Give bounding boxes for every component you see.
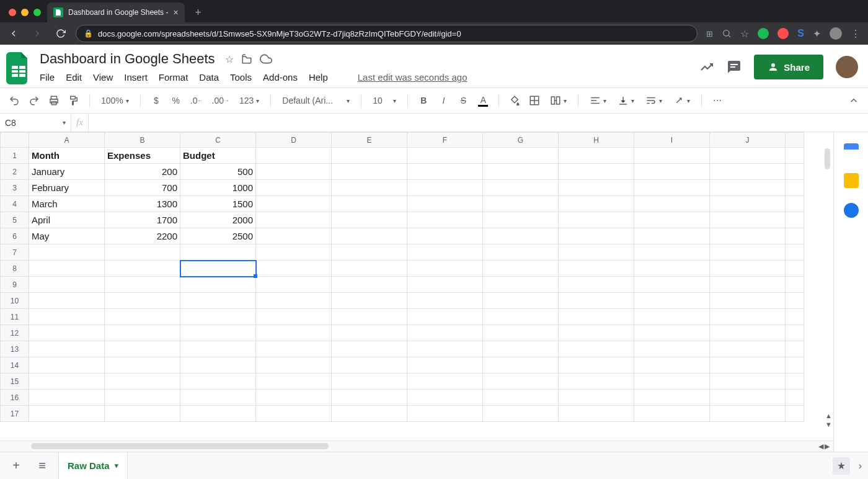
horizontal-align-dropdown[interactable] (586, 95, 610, 106)
cell-H17[interactable] (559, 406, 634, 422)
last-edit-link[interactable]: Last edit was seconds ago (358, 72, 467, 83)
cell-F1[interactable] (407, 148, 483, 164)
browser-tab[interactable]: Dashboard in Google Sheets - × (47, 2, 185, 22)
cell-F8[interactable] (407, 261, 483, 277)
fill-color-button[interactable] (507, 92, 523, 109)
cell-H3[interactable] (559, 180, 634, 196)
sheets-logo-icon[interactable] (6, 52, 31, 84)
font-family-dropdown[interactable]: Default (Ari... (278, 96, 353, 105)
row-header-11[interactable]: 11 (1, 309, 29, 325)
cell-A9[interactable] (29, 277, 105, 293)
cell-A13[interactable] (29, 341, 105, 357)
column-header-H[interactable]: H (559, 133, 634, 148)
cell-I10[interactable] (634, 293, 710, 309)
account-avatar-icon[interactable] (836, 56, 858, 78)
cell-D2[interactable] (256, 164, 332, 180)
cell-E7[interactable] (332, 244, 407, 261)
cell-G14[interactable] (483, 357, 559, 374)
cell-F9[interactable] (407, 277, 483, 293)
undo-button[interactable] (6, 92, 22, 109)
cell-J13[interactable] (710, 341, 786, 357)
formula-input[interactable] (89, 114, 868, 132)
address-bar[interactable]: 🔒 (76, 25, 698, 42)
row-header-12[interactable]: 12 (1, 325, 29, 341)
extension-2-icon[interactable] (777, 28, 789, 39)
cell-F2[interactable] (407, 164, 483, 180)
cell-H7[interactable] (559, 244, 634, 261)
cell-D16[interactable] (256, 390, 332, 406)
share-button[interactable]: Share (754, 55, 823, 79)
cell-B13[interactable] (105, 341, 180, 357)
cell-A7[interactable] (29, 244, 105, 261)
install-app-icon[interactable]: ⊞ (706, 29, 713, 38)
row-header-8[interactable]: 8 (1, 261, 29, 277)
sheet-tab-raw-data[interactable]: Raw Data (58, 452, 128, 480)
cell-E6[interactable] (332, 228, 407, 244)
cell-C6[interactable]: 2500 (180, 228, 256, 244)
cell-A10[interactable] (29, 293, 105, 309)
cell-J3[interactable] (710, 180, 786, 196)
row-header-5[interactable]: 5 (1, 212, 29, 228)
cell-D9[interactable] (256, 277, 332, 293)
cell-A1[interactable]: Month (29, 148, 105, 164)
cell-H11[interactable] (559, 309, 634, 325)
cell-J5[interactable] (710, 212, 786, 228)
back-button[interactable] (5, 25, 22, 42)
add-sheet-button[interactable]: + (6, 456, 26, 476)
cell-H2[interactable] (559, 164, 634, 180)
cell-I3[interactable] (634, 180, 710, 196)
cell-H8[interactable] (559, 261, 634, 277)
document-title[interactable]: Dashboard in Google Sheets (37, 50, 218, 68)
cell-C16[interactable] (180, 390, 256, 406)
cell-A11[interactable] (29, 309, 105, 325)
cell-J9[interactable] (710, 277, 786, 293)
cell-C3[interactable]: 1000 (180, 180, 256, 196)
menu-help[interactable]: Help (309, 72, 328, 83)
cell-E14[interactable] (332, 357, 407, 374)
italic-button[interactable]: I (435, 92, 451, 109)
cell-C10[interactable] (180, 293, 256, 309)
bookmark-icon[interactable]: ☆ (740, 28, 749, 40)
close-tab-icon[interactable]: × (173, 7, 178, 17)
menu-addons[interactable]: Add-ons (263, 72, 298, 83)
cell-C7[interactable] (180, 244, 256, 261)
cell-C12[interactable] (180, 325, 256, 341)
cell-E1[interactable] (332, 148, 407, 164)
cell-J16[interactable] (710, 390, 786, 406)
cell-H5[interactable] (559, 212, 634, 228)
format-percent-button[interactable]: % (168, 92, 184, 109)
cell-C2[interactable]: 500 (180, 164, 256, 180)
menu-tools[interactable]: Tools (230, 72, 252, 83)
cell-F16[interactable] (407, 390, 483, 406)
zoom-icon[interactable] (722, 29, 732, 38)
activity-icon[interactable] (699, 60, 714, 74)
cell-D1[interactable] (256, 148, 332, 164)
cell-B12[interactable] (105, 325, 180, 341)
extension-3-icon[interactable]: S (797, 28, 804, 39)
cell-B8[interactable] (105, 261, 180, 277)
vertical-scrollbar[interactable] (823, 148, 832, 439)
cell-A12[interactable] (29, 325, 105, 341)
cell-C1[interactable]: Budget (180, 148, 256, 164)
cell-C5[interactable]: 2000 (180, 212, 256, 228)
cell-J1[interactable] (710, 148, 786, 164)
print-button[interactable] (46, 92, 62, 109)
cell-I11[interactable] (634, 309, 710, 325)
row-header-2[interactable]: 2 (1, 164, 29, 180)
cell-C14[interactable] (180, 357, 256, 374)
row-header-15[interactable]: 15 (1, 374, 29, 390)
more-toolbar-button[interactable]: ⋯ (709, 92, 725, 109)
keep-icon[interactable] (844, 173, 859, 188)
cell-E2[interactable] (332, 164, 407, 180)
column-header-I[interactable]: I (634, 133, 710, 148)
cell-I17[interactable] (634, 406, 710, 422)
cell-G9[interactable] (483, 277, 559, 293)
cell-G17[interactable] (483, 406, 559, 422)
calendar-icon[interactable] (844, 143, 859, 158)
cell-D8[interactable] (256, 261, 332, 277)
cell-I14[interactable] (634, 357, 710, 374)
extensions-menu-icon[interactable]: ✦ (813, 28, 821, 40)
cell-E15[interactable] (332, 374, 407, 390)
chrome-menu-icon[interactable]: ⋮ (851, 28, 861, 40)
cell-D11[interactable] (256, 309, 332, 325)
